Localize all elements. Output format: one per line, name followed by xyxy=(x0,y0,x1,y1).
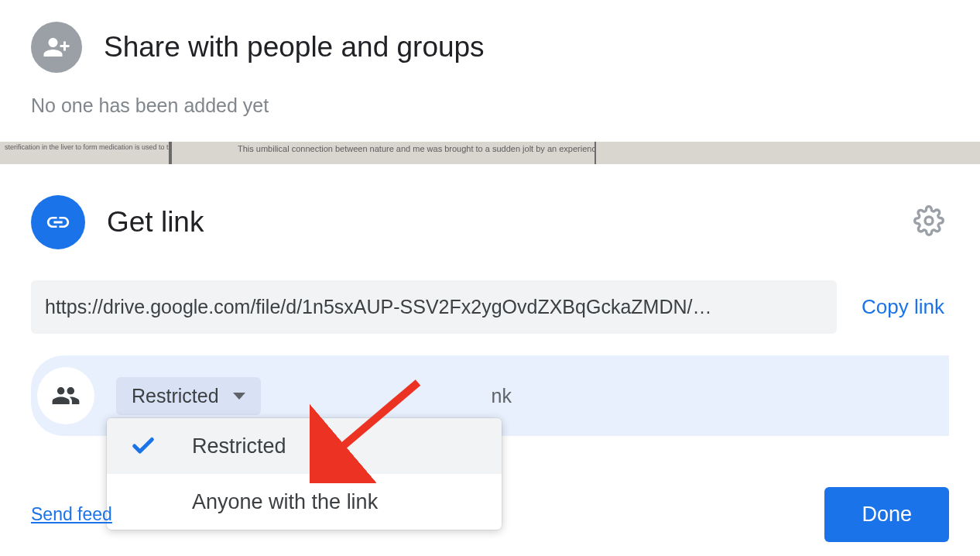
share-header: Share with people and groups xyxy=(31,22,949,73)
svg-point-0 xyxy=(925,217,933,225)
background-document-strip: sterification in the liver to form medic… xyxy=(0,142,980,164)
share-panel: Share with people and groups No one has … xyxy=(0,0,980,132)
dropdown-option-restricted[interactable]: Restricted xyxy=(107,418,502,474)
access-dropdown-button[interactable]: Restricted xyxy=(116,377,261,415)
person-add-icon xyxy=(31,22,82,73)
no-one-added-text: No one has been added yet xyxy=(31,94,949,117)
get-link-header: Get link xyxy=(31,195,949,249)
people-icon xyxy=(37,367,94,424)
obscured-text: nk xyxy=(492,385,512,407)
bg-image-right xyxy=(596,142,980,164)
link-icon xyxy=(31,195,85,249)
done-button[interactable]: Done xyxy=(824,487,949,542)
access-dropdown-label: Restricted xyxy=(132,385,219,407)
caret-down-icon xyxy=(233,393,245,400)
link-row: https://drive.google.com/file/d/1n5sxAUP… xyxy=(31,280,949,334)
get-link-panel: Get link https://drive.google.com/file/d… xyxy=(0,164,980,436)
share-title: Share with people and groups xyxy=(104,31,485,63)
settings-icon[interactable] xyxy=(913,205,944,239)
share-url-box[interactable]: https://drive.google.com/file/d/1n5sxAUP… xyxy=(31,280,837,334)
send-feedback-link[interactable]: Send feed xyxy=(31,504,112,525)
get-link-title: Get link xyxy=(107,206,892,239)
check-icon xyxy=(130,433,169,459)
copy-link-button[interactable]: Copy link xyxy=(862,295,949,319)
dropdown-option-label: Restricted xyxy=(192,434,286,458)
bg-text-left: sterification in the liver to form medic… xyxy=(0,142,169,164)
bg-text-mid: This umbilical connection between nature… xyxy=(172,142,595,164)
footer: Send feed Done xyxy=(31,487,949,542)
